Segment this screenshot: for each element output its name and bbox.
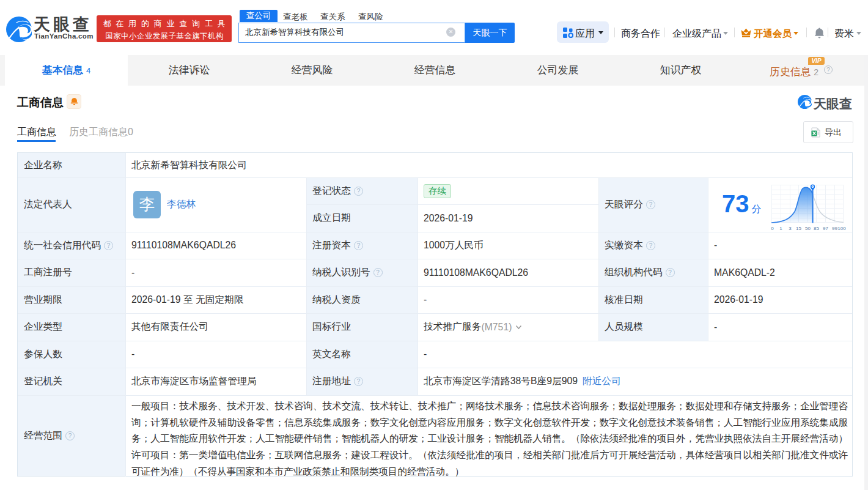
svg-text:50: 50 (805, 226, 811, 231)
svg-text:100: 100 (837, 226, 846, 231)
svg-text:0: 0 (771, 226, 774, 231)
svg-text:99: 99 (832, 226, 837, 231)
svg-text:97: 97 (823, 226, 828, 231)
svg-text:3: 3 (789, 226, 792, 231)
svg-text:85: 85 (814, 226, 819, 231)
svg-text:1: 1 (779, 226, 782, 231)
svg-text:15: 15 (796, 226, 801, 231)
